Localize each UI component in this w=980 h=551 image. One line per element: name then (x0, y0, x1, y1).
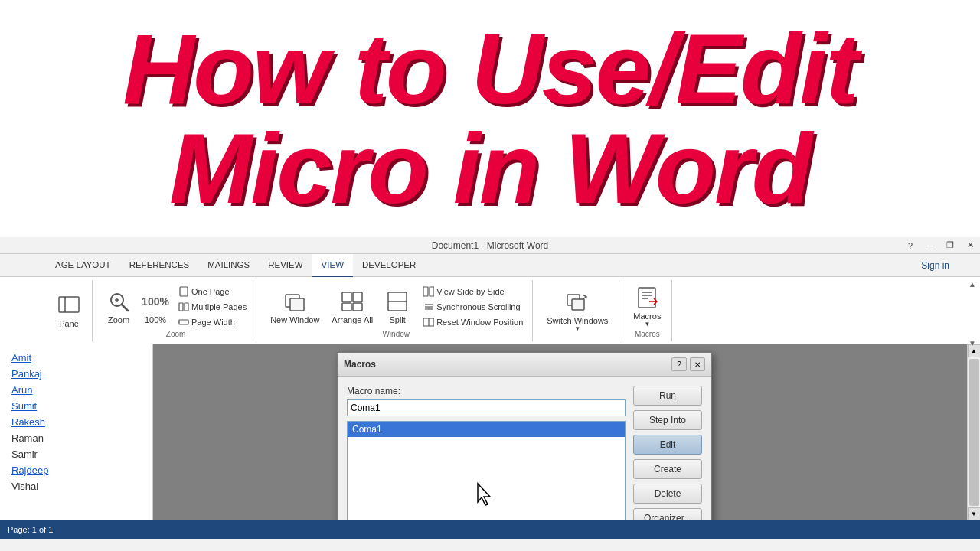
svg-rect-14 (342, 292, 351, 302)
statusbar: Page: 1 of 1 (0, 520, 980, 539)
macros-group-label: Macros (635, 330, 660, 341)
run-button[interactable]: Run (633, 386, 702, 406)
switch-windows-label: Switch Windows (547, 316, 608, 325)
tab-page-layout[interactable]: AGE LAYOUT (46, 254, 120, 277)
zoom-button[interactable]: Zoom (102, 284, 136, 330)
svg-rect-29 (639, 288, 655, 308)
sidebar-item-pankaj[interactable]: Pankaj (11, 368, 141, 380)
switch-windows-button[interactable]: Switch Windows ▼ (542, 288, 612, 334)
close-button[interactable]: ✕ (960, 237, 980, 254)
page-width-button[interactable]: Page Width (175, 315, 250, 329)
scroll-down-arrow[interactable]: ▼ (968, 507, 981, 520)
split-icon (385, 289, 410, 314)
new-window-icon (283, 289, 307, 314)
svg-rect-20 (423, 287, 428, 296)
svg-rect-6 (180, 287, 188, 296)
pane-button[interactable]: Pane (52, 288, 86, 334)
sidebar-item-rajdeep[interactable]: Rajdeep (11, 465, 141, 476)
svg-rect-17 (353, 303, 362, 311)
svg-rect-21 (430, 287, 434, 296)
tab-developer[interactable]: DEVELOPER (353, 254, 425, 277)
page-width-label: Page Width (191, 318, 235, 327)
sidebar-item-vishal: Vishal (11, 481, 141, 492)
delete-button[interactable]: Delete (633, 484, 702, 504)
new-window-button[interactable]: New Window (266, 284, 324, 330)
right-scrollbar: ▲ ▼ (967, 344, 980, 520)
one-page-button[interactable]: One Page (175, 285, 250, 298)
synchronous-scrolling-button[interactable]: Synchronous Scrolling (420, 300, 526, 314)
multiple-pages-button[interactable]: Multiple Pages (175, 300, 250, 314)
arrange-all-label: Arrange All (332, 315, 373, 324)
tab-view[interactable]: VIEW (312, 254, 353, 277)
zoom-label: Zoom (108, 315, 129, 324)
help-button[interactable]: ? (900, 237, 920, 254)
view-side-by-side-button[interactable]: View Side by Side (420, 285, 526, 298)
ribbon-content: Pane Zoom (0, 277, 980, 344)
sidebar-item-sumit[interactable]: Sumit (11, 400, 141, 412)
view-side-by-side-label: View Side by Side (436, 287, 504, 296)
one-page-label: One Page (191, 287, 230, 296)
create-button[interactable]: Create (633, 459, 702, 479)
dialog-close-button[interactable]: ✕ (690, 357, 705, 371)
sidebar-item-rakesh[interactable]: Rakesh (11, 416, 141, 428)
zoom-icon (106, 289, 131, 314)
dialog-controls: ? ✕ (671, 357, 705, 371)
ribbon-tabs: AGE LAYOUT REFERENCES MAILINGS REVIEW VI… (0, 254, 980, 277)
tab-mailings[interactable]: MAILINGS (198, 254, 259, 277)
tab-references[interactable]: REFERENCES (120, 254, 199, 277)
svg-rect-13 (290, 298, 304, 311)
ribbon-group-zoom: Zoom 100% 100% One Page Multiple Pages (96, 280, 256, 341)
ribbon-scroll-down[interactable]: ▼ (969, 339, 976, 347)
dialog-left: Macro name: Coma1 (347, 386, 626, 520)
switch-windows-arrow: ▼ (574, 325, 580, 332)
svg-rect-9 (179, 320, 188, 324)
zoom-100-button[interactable]: 100% 100% (139, 284, 172, 330)
ribbon-scroll-up[interactable]: ▲ (969, 280, 976, 289)
titlebar-text: Document1 - Microsoft Word (432, 240, 549, 251)
scroll-thumb[interactable] (969, 359, 979, 506)
zoom-100-icon: 100% (143, 289, 168, 314)
macro-name-input[interactable] (347, 399, 626, 416)
organizer-button[interactable]: Organizer... (633, 508, 702, 520)
restore-button[interactable]: ❐ (940, 237, 960, 254)
sidebar-item-amit[interactable]: Amit (11, 352, 141, 364)
dialog-body: Macro name: Coma1 Run Step Into Edit Cre… (338, 377, 711, 520)
zoom-group-label: Zoom (166, 330, 186, 341)
split-label: Split (389, 315, 405, 324)
titlebar-controls: ? − ❐ ✕ (900, 237, 980, 253)
ribbon-group-pane: Pane (46, 280, 93, 341)
new-window-label: New Window (270, 315, 319, 324)
split-button[interactable]: Split (381, 284, 414, 330)
title-line2: Micro in Word (169, 119, 811, 218)
title-line1: How to Use/Edit (122, 19, 857, 119)
sidebar-item-raman: Raman (11, 432, 141, 444)
pane-buttons: Pane (52, 280, 86, 338)
dialog-titlebar: Macros ? ✕ (338, 353, 711, 377)
minimize-button[interactable]: − (920, 237, 940, 254)
macro-name-label: Macro name: (347, 386, 626, 396)
macro-item-coma1[interactable]: Coma1 (348, 422, 625, 437)
dialog-help-button[interactable]: ? (671, 357, 687, 371)
macros-button[interactable]: Macros ▼ (629, 284, 665, 330)
tab-review[interactable]: REVIEW (259, 254, 312, 277)
macros-icon (635, 285, 659, 310)
step-into-button[interactable]: Step Into (633, 410, 702, 430)
signin-link[interactable]: Sign in (921, 260, 949, 271)
arrange-all-icon (340, 289, 364, 314)
ribbon-group-window: New Window Arrange All (260, 280, 533, 341)
arrange-all-button[interactable]: Arrange All (327, 284, 377, 330)
macro-list[interactable]: Coma1 (347, 421, 626, 520)
status-page-info: Page: 1 of 1 (8, 525, 53, 534)
window-buttons: New Window Arrange All (266, 280, 526, 330)
page-area: Amit Pankaj Arun Sumit Rakesh Raman Sami… (0, 344, 980, 520)
sidebar-item-samir: Samir (11, 448, 141, 460)
sidebar-item-arun[interactable]: Arun (11, 384, 141, 396)
reset-window-position-button[interactable]: Reset Window Position (420, 315, 526, 329)
svg-rect-15 (353, 292, 362, 302)
svg-rect-28 (572, 299, 584, 310)
zoom-buttons: Zoom 100% 100% One Page Multiple Pages (102, 280, 250, 330)
edit-button[interactable]: Edit (633, 435, 702, 455)
macros-buttons: Macros ▼ (629, 280, 665, 330)
pane-icon (57, 293, 81, 318)
titlebar: Document1 - Microsoft Word ? − ❐ ✕ (0, 237, 980, 254)
